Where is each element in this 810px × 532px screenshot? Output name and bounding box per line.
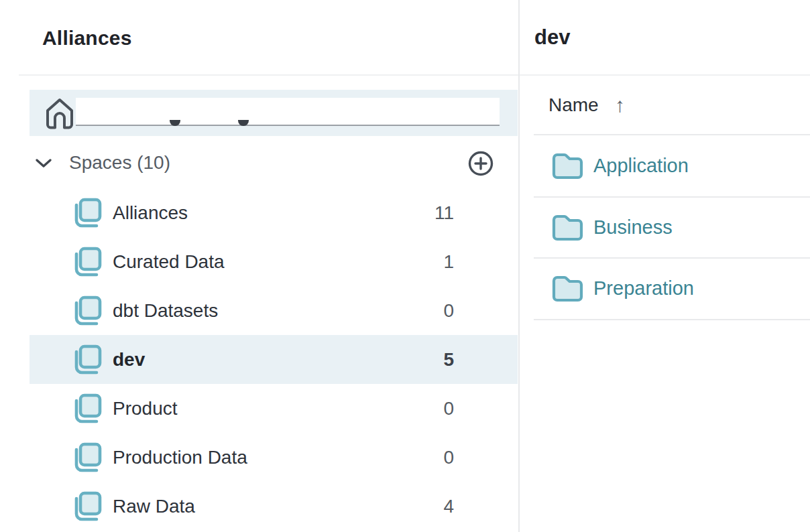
sidebar-item-alliances[interactable]: Alliances 11 — [30, 188, 518, 237]
folder-icon — [551, 274, 584, 302]
space-icon — [70, 441, 102, 474]
space-count: 4 — [443, 482, 454, 531]
space-label: dbt Datasets — [113, 286, 218, 335]
space-count: 11 — [435, 188, 454, 237]
redacted-text-overlay — [76, 98, 500, 126]
column-label-name: Name — [548, 76, 599, 134]
space-label: Curated Data — [113, 237, 225, 286]
sidebar-item-product[interactable]: Product 0 — [30, 384, 518, 433]
folder-icon — [551, 213, 584, 241]
table-row[interactable]: Preparation — [520, 258, 810, 319]
home-breadcrumb-row[interactable] — [30, 90, 518, 136]
spaces-list: Alliances 11 Curated Data 1 — [0, 188, 518, 531]
folder-link[interactable]: Application — [593, 135, 689, 196]
table-divider — [534, 319, 810, 320]
sidebar-item-production-data[interactable]: Production Data 0 — [30, 433, 518, 482]
sidebar-item-dev[interactable]: dev 5 — [30, 335, 518, 384]
space-icon — [70, 245, 102, 279]
sidebar-item-curated-data[interactable]: Curated Data 1 — [30, 237, 518, 286]
space-label: dev — [113, 335, 145, 384]
sidebar-title: Alliances — [42, 27, 132, 50]
table-header-name[interactable]: Name ↑ — [520, 76, 810, 134]
space-label: Production Data — [113, 433, 247, 482]
sort-ascending-icon: ↑ — [615, 76, 625, 134]
space-count: 0 — [443, 384, 454, 433]
sidebar: Alliances Spaces (10) — [0, 0, 518, 532]
panel-divider — [518, 0, 520, 532]
table-row[interactable]: Application — [520, 135, 810, 196]
chevron-down-icon[interactable] — [32, 153, 55, 172]
catalog-app: Alliances Spaces (10) — [0, 0, 810, 532]
space-label: Product — [113, 384, 178, 433]
folder-icon — [551, 151, 584, 180]
plus-circle-icon[interactable] — [467, 150, 494, 177]
space-icon — [70, 392, 102, 425]
spaces-section-label: Spaces (10) — [69, 148, 170, 178]
sidebar-item-raw-data[interactable]: Raw Data 4 — [30, 482, 518, 531]
folder-link[interactable]: Preparation — [593, 258, 694, 319]
table-row[interactable]: Business — [520, 197, 810, 258]
space-icon — [70, 490, 102, 523]
space-icon — [70, 294, 102, 328]
space-count: 1 — [443, 237, 454, 286]
space-count: 0 — [443, 433, 454, 482]
space-icon — [70, 196, 102, 230]
sidebar-item-dbt-datasets[interactable]: dbt Datasets 0 — [30, 286, 518, 335]
space-count: 0 — [443, 286, 454, 335]
space-count: 5 — [443, 335, 454, 384]
spaces-section-header: Spaces (10) — [0, 148, 518, 178]
main-panel: dev Name ↑ Application Business — [520, 0, 810, 532]
space-icon — [70, 343, 102, 377]
folder-link[interactable]: Business — [593, 197, 673, 258]
space-label: Alliances — [113, 188, 188, 237]
space-label: Raw Data — [113, 482, 195, 531]
home-icon — [44, 96, 75, 130]
page-title: dev — [534, 25, 570, 50]
